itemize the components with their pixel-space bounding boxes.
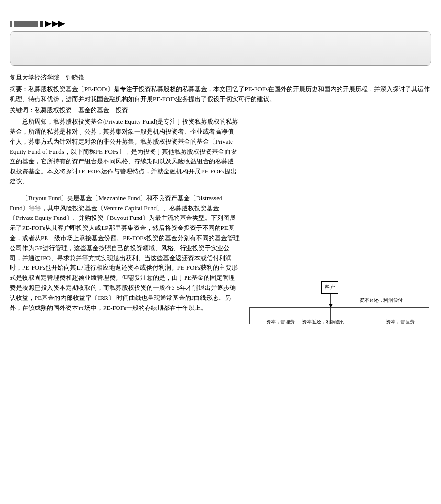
diagram-label-mgmt-left: 资本，管理费	[266, 318, 295, 324]
paragraph-1: 总所周知，私募股权投资基金(Private Equity Fund)是专注于投资…	[10, 117, 240, 187]
paragraph-2: 〔Buyout Fund〕夹层基金〔Mezzanine Fund〕和不良资产基金…	[10, 194, 240, 313]
abstract: 摘要：私募股权投资基金〔PE-FOFs〕是专注于投资私募股权的私募基金，本文回忆…	[10, 84, 431, 104]
svg-rect-2	[40, 21, 43, 27]
diagram-label-return-mid: 资本返还，利润偿付	[302, 318, 345, 324]
svg-rect-0	[10, 21, 12, 27]
diagram-label-mgmt-right: 资本，管理费	[386, 318, 415, 324]
title-band	[10, 31, 431, 66]
header-ornament	[10, 19, 431, 29]
diagram-customer-box: 客户	[321, 281, 338, 294]
svg-marker-4	[52, 21, 58, 27]
svg-marker-5	[58, 21, 65, 27]
diagram-label-return-top: 资本返还，利润偿付	[360, 297, 403, 304]
svg-marker-7	[329, 304, 333, 308]
keywords: 关键词：私募股权投资 基金的基金 投资	[10, 105, 431, 115]
svg-rect-1	[14, 21, 38, 27]
author-line: 复旦大学经济学院 钟晓锋	[10, 73, 431, 83]
svg-marker-3	[45, 21, 52, 27]
